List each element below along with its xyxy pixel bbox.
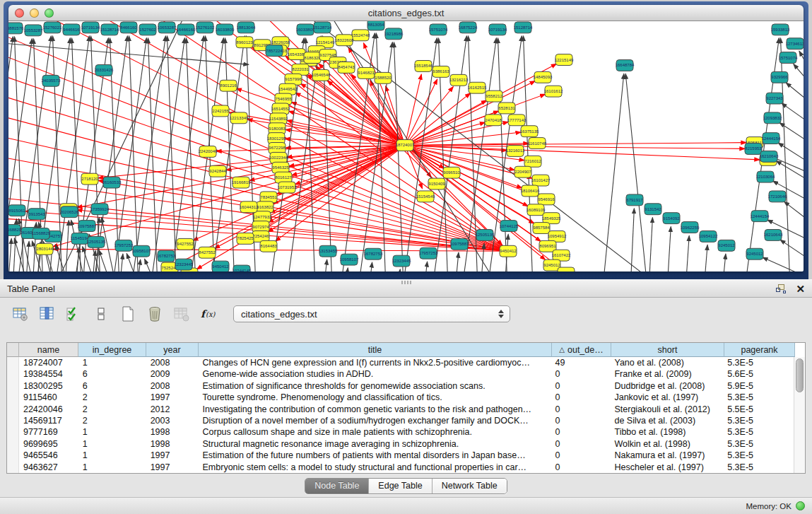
cell-in_degree[interactable]: 6 <box>78 368 146 380</box>
cell-short[interactable]: de Silva et al. (2003) <box>610 415 723 426</box>
cell-title[interactable]: Investigating the contribution of common… <box>199 404 551 415</box>
cell-gutter[interactable] <box>7 404 19 415</box>
cell-out_degree[interactable]: 0 <box>551 426 611 438</box>
column-header-pagerank[interactable]: pagerank <box>724 343 795 357</box>
graph-node[interactable]: 18106416 <box>521 185 540 197</box>
cell-pagerank[interactable]: 5.9E-5 <box>723 380 794 392</box>
graph-node[interactable]: 9386163 <box>433 66 449 77</box>
cell-gutter[interactable] <box>7 415 19 426</box>
table-row[interactable]: 946362711997Embryonic stem cells: a mode… <box>7 462 794 473</box>
table-row[interactable]: 969969511998Structural magnetic resonanc… <box>7 438 794 450</box>
graph-node[interactable]: 8454743 <box>338 62 355 74</box>
graph-node[interactable]: 16782753 <box>157 250 176 262</box>
graph-node[interactable]: 9450412 <box>500 245 517 257</box>
rows-icon[interactable] <box>92 305 110 323</box>
cell-out_degree[interactable]: 0 <box>551 415 611 426</box>
zoom-window-button[interactable] <box>45 8 54 18</box>
graph-node[interactable]: 3913543 <box>28 209 45 220</box>
cell-gutter[interactable] <box>7 368 19 380</box>
delete-table-icon[interactable] <box>146 305 164 323</box>
graph-node[interactable]: 9131542 <box>645 204 661 215</box>
table-row[interactable]: 1456911722003Disruption of a novel membe… <box>7 415 794 426</box>
cell-year[interactable]: 2008 <box>146 357 199 368</box>
table-row[interactable]: 1872400712008Changes of HCN gene express… <box>7 357 794 368</box>
graph-node[interactable]: 16375135 <box>520 126 539 137</box>
graph-node[interactable]: 16648784 <box>616 60 635 71</box>
graph-node[interactable]: 12213349 <box>230 112 249 124</box>
cell-name[interactable]: 9777169 <box>19 426 78 438</box>
table-row[interactable]: 1830029562008Estimation of significance … <box>7 380 794 392</box>
cell-name[interactable]: 9699695 <box>19 438 78 450</box>
graph-node[interactable]: 17957253 <box>114 240 134 251</box>
graph-node[interactable]: 12215149 <box>555 54 574 66</box>
graph-node[interactable]: 9096510 <box>443 167 460 178</box>
graph-node[interactable]: 17777143 <box>507 115 526 126</box>
graph-node[interactable]: 16033809 <box>216 24 235 35</box>
graph-node[interactable]: 15524748 <box>351 30 370 41</box>
graph-node[interactable]: 11568829 <box>32 228 51 240</box>
column-header-gutter[interactable] <box>7 343 19 357</box>
cell-name[interactable]: 18300295 <box>19 380 78 392</box>
graph-node[interactable]: 8427552 <box>199 247 216 258</box>
cell-in_degree[interactable]: 1 <box>78 450 146 461</box>
graph-node[interactable]: 1588520 <box>375 72 392 83</box>
graph-node[interactable]: 18322608 <box>335 35 354 46</box>
cell-title[interactable]: Changes of HCN gene expression and I(f) … <box>199 357 551 368</box>
table-row[interactable]: 2242004622012Investigating the contribut… <box>7 404 794 415</box>
new-table-icon[interactable] <box>119 305 137 323</box>
graph-node[interactable]: 16162515 <box>468 82 487 93</box>
cell-name[interactable]: 18724007 <box>19 357 78 368</box>
cell-out_degree[interactable]: 0 <box>551 392 611 403</box>
graph-node[interactable]: 15154549 <box>416 191 435 202</box>
cell-year[interactable]: 2012 <box>146 404 199 415</box>
cell-in_degree[interactable]: 2 <box>78 404 146 415</box>
graph-node[interactable]: 17210646 <box>768 191 787 202</box>
graph-node[interactable]: 9242844 <box>209 165 226 177</box>
cell-out_degree[interactable]: 0 <box>551 450 611 461</box>
graph-node[interactable]: 14845093 <box>534 71 553 83</box>
column-header-in_degree[interactable]: in_degree <box>78 343 146 357</box>
cell-gutter[interactable] <box>7 438 19 450</box>
graph-node[interactable]: 9329966 <box>771 71 788 83</box>
graph-node[interactable]: 10744125 <box>500 221 519 232</box>
cell-name[interactable]: 9465546 <box>19 450 78 461</box>
cell-gutter[interactable] <box>7 380 19 392</box>
network-table-select[interactable]: citations_edges.txt <box>233 305 510 322</box>
show-columns-icon[interactable] <box>38 305 57 323</box>
cell-gutter[interactable] <box>7 357 19 368</box>
graph-node[interactable]: 19166819 <box>232 177 251 188</box>
cell-short[interactable]: Yano et al. (2008) <box>610 357 723 368</box>
table-vertical-scrollbar[interactable] <box>794 357 805 473</box>
graph-node[interactable]: 16875224 <box>459 22 478 33</box>
table-row[interactable]: 1938455462009Genome-wide association stu… <box>7 368 794 380</box>
graph-node[interactable]: 17359924 <box>90 204 110 215</box>
graph-node[interactable]: 10244145 <box>233 265 252 271</box>
cell-gutter[interactable] <box>7 392 19 403</box>
cell-title[interactable]: Corpus callosum shape and size in male p… <box>199 426 551 438</box>
graph-node[interactable]: 9227343 <box>766 93 783 104</box>
graph-node[interactable]: 2803144 <box>36 243 53 255</box>
graph-node[interactable]: 23881576 <box>8 23 24 34</box>
select-all-icon[interactable] <box>65 305 83 323</box>
cell-short[interactable]: Wolkin et al. (1998) <box>610 438 723 450</box>
close-panel-icon[interactable]: ✕ <box>796 284 805 293</box>
graph-node[interactable]: 26160533 <box>102 177 122 188</box>
cell-gutter[interactable] <box>7 450 19 461</box>
graph-node[interactable]: 8186328 <box>304 52 321 64</box>
cell-out_degree[interactable]: 0 <box>551 380 611 392</box>
graph-node[interactable]: 9857584 <box>533 223 550 234</box>
cell-in_degree[interactable]: 1 <box>78 426 146 438</box>
graph-node[interactable]: 2242155 <box>212 105 229 117</box>
graph-node[interactable]: 10975887 <box>450 238 469 250</box>
cell-title[interactable]: Estimation of the future numbers of pati… <box>199 450 551 461</box>
cell-name[interactable]: 22420046 <box>19 404 78 415</box>
graph-node[interactable]: 24035573 <box>42 75 61 86</box>
graph-node[interactable]: 2470418 <box>485 115 502 126</box>
graph-node[interactable]: 15751074 <box>429 24 448 35</box>
cell-short[interactable]: Stergiakouli et al. (2012) <box>610 404 723 415</box>
graph-node[interactable]: 16210643 <box>760 151 779 162</box>
graph-node[interactable]: 18724007 <box>396 140 415 151</box>
graph-node[interactable]: 16782753 <box>364 248 383 259</box>
cell-year[interactable]: 1997 <box>146 392 199 403</box>
graph-node[interactable]: 9546916 <box>538 194 555 205</box>
